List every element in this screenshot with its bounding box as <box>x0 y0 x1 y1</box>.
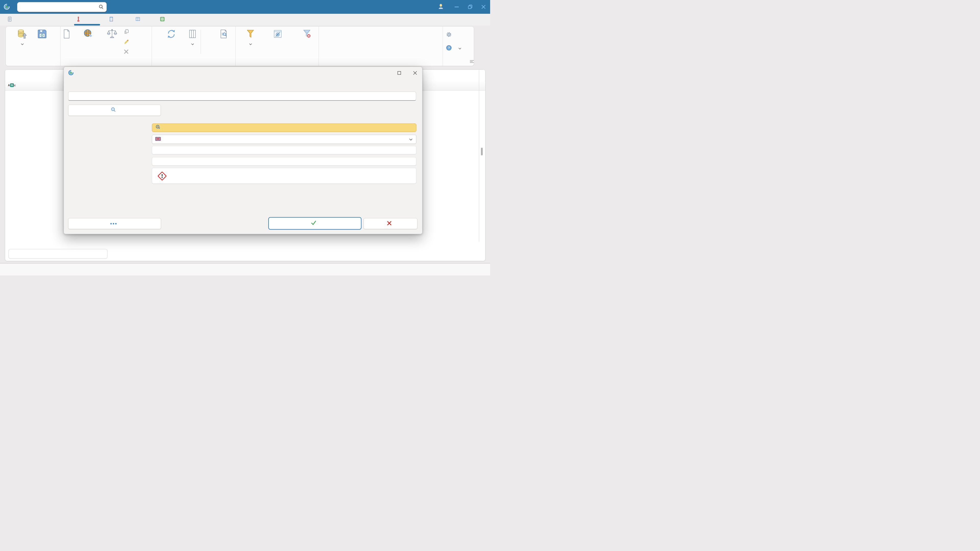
tab-contatti[interactable] <box>108 14 116 25</box>
building-icon <box>108 16 114 23</box>
database-import-icon <box>13 27 32 40</box>
user-avatar-icon[interactable] <box>438 3 444 11</box>
hidden-eye-icon <box>259 27 297 40</box>
chevron-down-icon <box>183 43 202 45</box>
svg-text:!: ! <box>161 173 163 179</box>
duplicate-button[interactable] <box>124 29 154 35</box>
minimize-button[interactable] <box>450 0 464 14</box>
chevron-down-icon <box>243 43 258 45</box>
group-label-files <box>13 60 53 65</box>
ce-field <box>152 157 416 165</box>
book-icon <box>135 16 141 23</box>
dialog-maximize-button[interactable] <box>398 71 401 76</box>
chevron-down-icon <box>13 43 32 45</box>
floppy-export-icon <box>32 27 52 40</box>
tab-frasi[interactable] <box>135 14 142 25</box>
record-navigator <box>8 249 107 259</box>
edit-button[interactable] <box>124 39 154 45</box>
x-delete-icon <box>124 49 129 55</box>
substance-list-button[interactable] <box>208 27 239 43</box>
chevron-down-icon <box>458 46 461 51</box>
globe-search-icon <box>77 27 99 40</box>
search-icon[interactable] <box>98 4 104 11</box>
ellipsis-dots-icon <box>110 221 117 226</box>
x-cancel-icon <box>387 221 392 227</box>
uk-flag-icon <box>155 137 161 142</box>
restore-button[interactable] <box>464 0 477 14</box>
svg-text:?: ? <box>448 46 450 50</box>
global-search-input[interactable] <box>21 3 96 11</box>
group-label-filter <box>241 60 318 65</box>
app-logo-icon <box>3 3 10 11</box>
document-search-icon <box>208 27 239 40</box>
new-substance-button[interactable] <box>56 27 78 43</box>
classification-field: ! <box>152 168 416 184</box>
group-label-substances <box>66 60 152 65</box>
group-label-apps <box>447 60 466 65</box>
columns-icon <box>183 27 202 40</box>
check-icon <box>311 220 316 227</box>
copy-icon <box>124 29 129 35</box>
refresh-button[interactable] <box>161 27 182 43</box>
chevron-down-icon[interactable] <box>409 137 412 141</box>
group-label-view <box>161 60 239 65</box>
ricerca-dialog: ! <box>64 67 423 234</box>
ghs07-exclamation-pictogram: ! <box>156 170 168 183</box>
settings-button[interactable] <box>446 32 454 38</box>
cas-field <box>152 146 416 154</box>
query-input[interactable] <box>68 92 416 101</box>
close-button[interactable] <box>477 0 490 14</box>
compare-button[interactable] <box>99 27 125 43</box>
tab-parametri-controllo[interactable] <box>159 14 167 25</box>
source-field <box>152 124 416 132</box>
columns-button[interactable] <box>183 27 202 45</box>
filter-button[interactable] <box>243 27 258 45</box>
cancel-dialog-button[interactable] <box>364 218 417 229</box>
dialog-close-button[interactable] <box>413 71 417 76</box>
question-icon: ? <box>446 45 452 52</box>
export-button[interactable] <box>32 27 52 43</box>
titlebar <box>0 0 490 14</box>
group-menu-icon[interactable] <box>470 59 474 64</box>
refresh-icon <box>161 27 182 40</box>
search-icon <box>111 107 116 114</box>
dialog-logo-icon <box>68 70 74 77</box>
hide-sblcore-button[interactable] <box>259 27 297 43</box>
scales-icon <box>99 27 125 40</box>
find-substance-button[interactable] <box>77 27 99 43</box>
global-search[interactable] <box>17 2 107 12</box>
other-classifications-button[interactable] <box>68 218 161 229</box>
funnel-icon <box>243 27 258 40</box>
name-dropdown[interactable] <box>152 135 416 144</box>
funnel-cancel-icon <box>297 27 317 40</box>
sds-document-icon <box>7 16 13 23</box>
import-button[interactable] <box>13 27 32 45</box>
dialog-search-button[interactable] <box>68 105 161 116</box>
gear-icon <box>446 32 452 38</box>
create-substance-button[interactable] <box>268 217 361 230</box>
tab-schede-dati-sicurezza[interactable] <box>7 14 14 25</box>
status-bar <box>0 264 490 275</box>
vertical-scrollbar[interactable] <box>481 148 483 156</box>
globe-icon <box>155 124 161 131</box>
ribbon-tabs <box>0 14 490 25</box>
target-icon <box>159 16 165 23</box>
new-document-icon <box>56 27 78 40</box>
ribbon: ? <box>6 26 474 66</box>
delete-button[interactable] <box>124 49 154 56</box>
help-button[interactable]: ? <box>446 45 461 52</box>
clear-filters-button[interactable] <box>297 27 317 43</box>
flask-icon <box>76 16 81 23</box>
active-tab-indicator <box>74 24 100 25</box>
pencil-icon <box>124 39 129 45</box>
